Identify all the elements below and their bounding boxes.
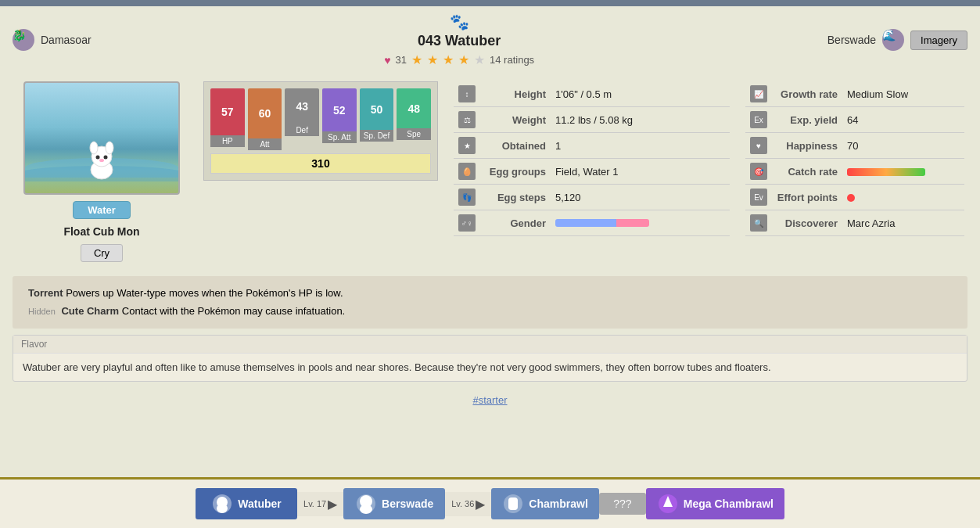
table-row: Ev Effort points [745, 185, 964, 210]
weight-label: Weight [480, 107, 551, 133]
star-1[interactable]: ★ [411, 52, 422, 67]
egggroup-value: Field, Water 1 [551, 159, 730, 185]
starter-tag[interactable]: #starter [472, 394, 507, 406]
catch-rate-bar [847, 168, 925, 176]
star-3[interactable]: ★ [443, 52, 454, 67]
table-row: 🔍 Discoverer Marc Azria [745, 210, 964, 236]
right-username[interactable]: Berswade [827, 34, 876, 46]
evo-chambrawl[interactable]: Chambrawl [491, 488, 598, 519]
evo-arrow-2: Lv. 36 ▶ [445, 492, 491, 516]
effortpoints-value [842, 185, 964, 210]
type-badge[interactable]: Water [73, 201, 131, 219]
stat-spatt-label: Sp. Att [322, 131, 357, 143]
table-row: ★ Obtained 1 [454, 133, 730, 159]
stat-hp-label: HP [210, 135, 245, 147]
obtained-value: 1 [551, 133, 730, 159]
happiness-icon: ♥ [745, 133, 772, 159]
header: 🐉 Damasoar 🐾 043 Watuber ♥ 31 ★ ★ ★ ★ ★ … [0, 6, 980, 74]
effort-dot [847, 194, 855, 202]
evo-berswade-name: Berswade [382, 497, 433, 510]
egggroup-icon: 🥚 [454, 159, 480, 185]
svg-point-5 [103, 156, 107, 160]
stat-att-label: Att [248, 138, 282, 150]
evo-bar: Watuber Lv. 17 ▶ Berswade Lv. 36 ▶ Chamb… [0, 477, 980, 528]
svg-point-4 [95, 156, 99, 160]
stat-def-value: 43 [285, 88, 319, 124]
stat-att: 60 Att [248, 88, 282, 150]
table-row: ♂♀ Gender [454, 210, 730, 236]
evo-berswade[interactable]: Berswade [343, 488, 445, 519]
pokemon-number-name: 043 Watuber [92, 33, 827, 49]
stat-spdef: 50 Sp. Def [360, 88, 394, 150]
stat-def-label: Def [285, 124, 319, 136]
header-center: 🐾 043 Watuber ♥ 31 ★ ★ ★ ★ ★ 14 ratings [92, 13, 827, 67]
stat-hp-value: 57 [210, 88, 245, 135]
info-panel: ↕ Height 1'06" / 0.5 m ⚖ Weight 11.2 lbs… [454, 81, 730, 262]
evo-mega-sprite [657, 493, 679, 515]
evo-mega-chambrawl[interactable]: Mega Chambrawl [646, 488, 784, 519]
svg-point-6 [99, 159, 104, 162]
evo-level-1: Lv. 17 [303, 499, 326, 508]
stat-hp: 57 HP [210, 88, 245, 150]
left-username[interactable]: Damasoar [41, 34, 92, 46]
stat-att-value: 60 [248, 88, 282, 138]
discoverer-value: Marc Azria [842, 210, 964, 236]
gender-value [551, 210, 730, 236]
evo-question-label: ??? [613, 497, 631, 510]
star-5[interactable]: ★ [474, 52, 485, 67]
height-value: 1'06" / 0.5 m [551, 81, 730, 107]
main-content: Water Float Cub Mon Cry 57 HP 60 Att 43 … [0, 74, 980, 270]
ability2-name: Cute Charm [61, 305, 119, 317]
effortpoints-label: Effort points [772, 185, 842, 210]
evo-watuber-name: Watuber [238, 497, 281, 510]
star-4[interactable]: ★ [458, 52, 469, 67]
arrow-right-2: ▶ [476, 497, 485, 512]
expyield-icon: Ex [745, 107, 772, 133]
cry-button[interactable]: Cry [81, 244, 123, 262]
pokemon-name: Watuber [445, 33, 501, 48]
evo-arrow-1: Lv. 17 ▶ [297, 492, 343, 516]
species-name: Float Cub Mon [63, 225, 139, 238]
happiness-value: 70 [842, 133, 964, 159]
hidden-label: Hidden [28, 307, 56, 316]
star-2[interactable]: ★ [427, 52, 438, 67]
stat-spe-value: 48 [397, 88, 431, 128]
heart-count: 31 [396, 54, 407, 66]
height-icon: ↕ [454, 81, 480, 107]
eggsteps-icon: 👣 [454, 185, 480, 210]
growthrate-icon: 📈 [745, 81, 772, 107]
stats-panel: 57 HP 60 Att 43 Def 52 Sp. Att 50 Sp. [203, 81, 438, 262]
table-row: 📈 Growth rate Medium Slow [745, 81, 964, 107]
stat-spatt-value: 52 [322, 88, 357, 131]
stat-spdef-value: 50 [360, 88, 394, 130]
svg-point-3 [106, 142, 113, 154]
rating-row: ♥ 31 ★ ★ ★ ★ ★ 14 ratings [92, 52, 827, 67]
eggsteps-label: Egg steps [480, 185, 551, 210]
happiness-label: Happiness [772, 133, 842, 159]
stat-bars-row: 57 HP 60 Att 43 Def 52 Sp. Att 50 Sp. [210, 88, 431, 150]
imagery-button[interactable]: Imagery [910, 31, 967, 50]
evo-chambrawl-name: Chambrawl [529, 497, 587, 510]
gender-icon: ♂♀ [454, 210, 480, 236]
evo-question[interactable]: ??? [599, 493, 646, 515]
table-row: 🥚 Egg groups Field, Water 1 [454, 159, 730, 185]
table-row: 👣 Egg steps 5,120 [454, 185, 730, 210]
table-row: Ex Exp. yield 64 [745, 107, 964, 133]
stat-spe: 48 Spe [397, 88, 431, 150]
expyield-value: 64 [842, 107, 964, 133]
table-row: ⚖ Weight 11.2 lbs / 5.08 kg [454, 107, 730, 133]
arrow-right-1: ▶ [328, 497, 337, 512]
evo-mega-chambrawl-name: Mega Chambrawl [684, 497, 774, 510]
evo-watuber[interactable]: Watuber [196, 488, 297, 519]
abilities-section: Torrent Powers up Water-type moves when … [13, 276, 967, 329]
svg-rect-14 [508, 497, 518, 510]
right-info-panel: 📈 Growth rate Medium Slow Ex Exp. yield … [745, 81, 964, 262]
gender-female [616, 219, 649, 227]
header-right: Berswade 🌊 Imagery [827, 29, 967, 51]
svg-point-12 [360, 505, 372, 514]
stat-bars-container: 57 HP 60 Att 43 Def 52 Sp. Att 50 Sp. [203, 81, 438, 181]
top-bar [0, 0, 980, 6]
pokemon-sprite [81, 129, 124, 184]
flavor-header: Flavor [13, 336, 967, 354]
stat-spdef-label: Sp. Def [360, 130, 394, 142]
